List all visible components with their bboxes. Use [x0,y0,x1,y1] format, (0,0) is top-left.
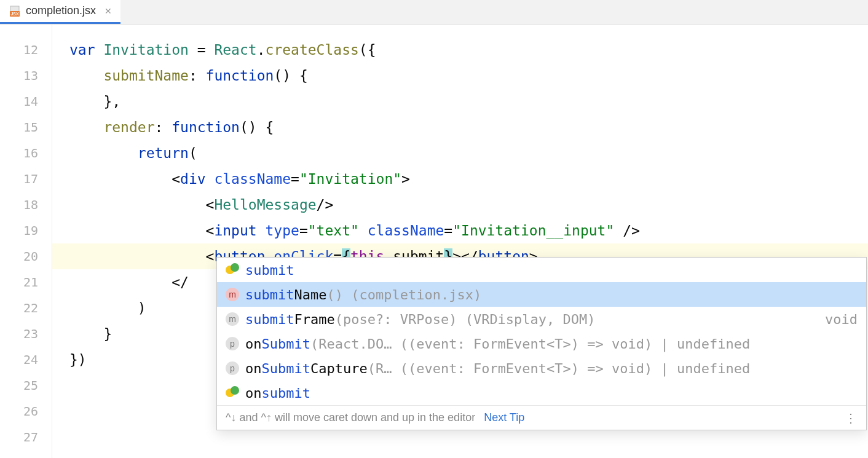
svg-text:JSX: JSX [10,12,19,16]
gutter-line-number: 21 [0,269,52,295]
gutter-line-number: 13 [0,63,52,89]
gutter-line-number: 22 [0,295,52,321]
next-tip-link[interactable]: Next Tip [484,411,524,424]
tab-filename: completion.jsx [26,4,96,17]
completion-footer: ^↓ and ^↑ will move caret down and up in… [217,405,866,430]
completion-item[interactable]: msubmitName() (completion.jsx) [217,282,866,307]
jsx-file-icon: JSX [9,5,21,17]
gutter-line-number: 17 [0,166,52,192]
property-icon: p [226,337,239,350]
gutter-line-number: 19 [0,218,52,243]
completion-label: submitFrame(pose?: VRPose) (VRDisplay, D… [245,312,596,327]
gutter-line-number: 12 [0,37,52,63]
code-line[interactable]: return( [52,140,868,166]
gutter-line-number: 26 [0,398,52,424]
code-line[interactable]: <HelloMessage/> [52,192,868,218]
completion-label: onSubmit (React.DO… ((event: FormEvent<T… [245,336,750,352]
completion-label: submitName() (completion.jsx) [245,287,481,302]
tab-bar: JSX completion.jsx ✕ [0,0,868,25]
completion-item[interactable]: msubmitFrame(pose?: VRPose) (VRDisplay, … [217,307,866,331]
completion-item[interactable]: ponSubmitCapture (R… ((event: FormEvent<… [217,356,866,381]
close-icon[interactable]: ✕ [105,6,112,16]
completion-label: onsubmit [245,385,310,401]
gutter: 12131415161718192021222324252627 [0,25,52,458]
code-line[interactable]: <div className="Invitation"> [52,166,868,192]
property-icon: p [226,361,239,375]
code-line[interactable]: }, [52,89,868,114]
completion-item[interactable]: onsubmit [217,381,866,405]
gutter-line-number: 18 [0,192,52,218]
editor: 12131415161718192021222324252627 var Inv… [0,25,868,458]
method-icon: m [226,312,239,326]
code-line[interactable]: submitName: function() { [52,63,868,89]
gutter-line-number: 15 [0,114,52,140]
js-symbol-icon [226,386,239,400]
code-line[interactable]: var Invitation = React.createClass({ [52,37,868,63]
more-icon[interactable]: ⋮ [845,411,858,425]
completion-item[interactable]: ponSubmit (React.DO… ((event: FormEvent<… [217,331,866,356]
footer-hint: ^↓ and ^↑ will move caret down and up in… [226,411,475,424]
gutter-line-number: 24 [0,347,52,373]
method-icon: m [226,288,239,301]
gutter-line-number: 27 [0,424,52,450]
completion-popup[interactable]: submitmsubmitName() (completion.jsx)msub… [216,257,867,430]
completion-item[interactable]: submit [217,258,866,282]
completion-label: onSubmitCapture (R… ((event: FormEvent<T… [245,361,750,376]
completion-label: submit [245,263,294,278]
gutter-line-number: 23 [0,321,52,347]
js-symbol-icon [226,263,239,277]
gutter-line-number: 25 [0,373,52,398]
code-line[interactable]: render: function() { [52,114,868,140]
gutter-line-number: 14 [0,89,52,114]
gutter-line-number: 16 [0,140,52,166]
code-line[interactable]: <input type="text" className="Invitation… [52,218,868,243]
gutter-line-number: 20 [0,243,52,269]
editor-tab[interactable]: JSX completion.jsx ✕ [0,0,120,24]
completion-type: void [825,312,858,327]
